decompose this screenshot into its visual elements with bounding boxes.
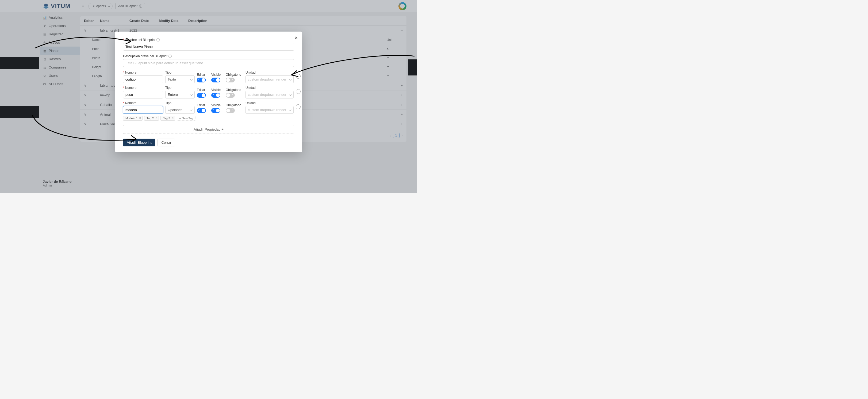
mandatory-toggle[interactable]: [226, 78, 235, 82]
submit-blueprint-button[interactable]: Añadir Blueprint: [123, 139, 155, 146]
visible-toggle[interactable]: [211, 93, 220, 98]
property-type-select[interactable]: Texto: [165, 76, 195, 83]
info-icon[interactable]: i: [156, 38, 160, 41]
visible-toggle[interactable]: [211, 108, 220, 113]
option-tag[interactable]: Tag 3: [160, 116, 175, 121]
edit-toggle[interactable]: [197, 93, 206, 98]
mandatory-toggle[interactable]: [226, 93, 235, 98]
option-tag[interactable]: Modelo 1: [123, 116, 143, 121]
remove-property-icon[interactable]: –: [296, 74, 301, 79]
property-name-input[interactable]: [123, 91, 163, 98]
property-name-input[interactable]: [123, 76, 163, 83]
mandatory-toggle[interactable]: [226, 108, 235, 113]
new-tag-button[interactable]: New Tag: [177, 116, 195, 121]
unit-select[interactable]: custom dropdown render: [246, 91, 293, 98]
field-label: Descripción breve del Blueprint i: [123, 54, 294, 58]
visible-toggle[interactable]: [211, 78, 220, 82]
remove-property-icon[interactable]: –: [296, 89, 301, 94]
blueprint-name-input[interactable]: [123, 43, 294, 51]
close-icon[interactable]: ✕: [294, 35, 298, 40]
edit-toggle[interactable]: [197, 78, 206, 82]
remove-property-icon[interactable]: –: [296, 104, 301, 109]
option-tag[interactable]: Tag 2: [144, 116, 159, 121]
close-button[interactable]: Cerrar: [157, 139, 176, 146]
unit-select[interactable]: custom dropdown render: [246, 106, 293, 114]
blueprint-description-input[interactable]: [123, 59, 294, 67]
property-row: *Nombre Tipo Entero Editar Visible Oblig…: [123, 86, 294, 98]
field-label: * Nombre del Blueprint i: [123, 38, 294, 42]
add-property-button[interactable]: Añadir Propiedad +: [123, 125, 294, 134]
property-type-select[interactable]: Entero: [165, 91, 195, 98]
plus-icon: +: [221, 127, 223, 132]
property-row: *Nombre Tipo Opciones Editar Visible Obl…: [123, 101, 294, 114]
blueprint-modal: ✕ * Nombre del Blueprint i Descripción b…: [115, 32, 302, 152]
unit-select[interactable]: custom dropdown render: [246, 76, 293, 83]
property-row: *Nombre Tipo Texto Editar Visible Obliga…: [123, 70, 294, 83]
property-name-input[interactable]: [123, 106, 163, 114]
property-type-select[interactable]: Opciones: [165, 106, 195, 114]
info-icon[interactable]: i: [168, 55, 172, 58]
option-tags: Modelo 1Tag 2Tag 3New Tag: [123, 116, 294, 121]
edit-toggle[interactable]: [197, 108, 206, 113]
